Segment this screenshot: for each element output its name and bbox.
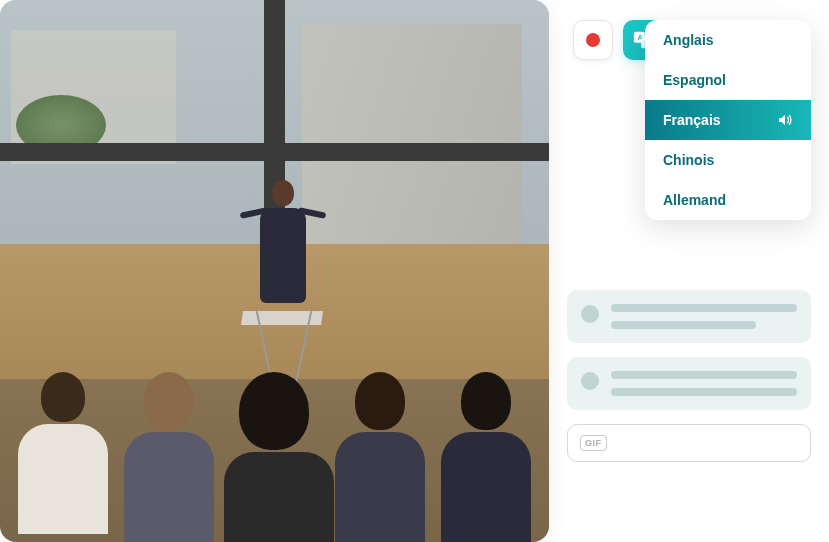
speaker-icon (777, 112, 793, 128)
text-placeholder (611, 388, 797, 396)
chat-area: GIF (567, 290, 811, 462)
control-panel: A 文 Anglais Espagnol Français Chinois Al… (549, 0, 829, 542)
language-option-anglais[interactable]: Anglais (645, 20, 811, 60)
audience (0, 314, 549, 542)
language-label: Espagnol (663, 72, 726, 88)
record-icon (586, 33, 600, 47)
language-option-allemand[interactable]: Allemand (645, 180, 811, 220)
language-label: Allemand (663, 192, 726, 208)
message-input[interactable]: GIF (567, 424, 811, 462)
gif-button[interactable]: GIF (580, 435, 607, 451)
language-label: Français (663, 112, 721, 128)
video-feed (0, 0, 549, 542)
avatar (581, 305, 599, 323)
presenter (258, 180, 308, 320)
language-label: Chinois (663, 152, 714, 168)
text-placeholder (611, 304, 797, 312)
text-placeholder (611, 321, 756, 329)
language-label: Anglais (663, 32, 714, 48)
language-option-francais[interactable]: Français (645, 100, 811, 140)
chat-message (567, 357, 811, 410)
language-dropdown: Anglais Espagnol Français Chinois Allema… (645, 20, 811, 220)
chat-message (567, 290, 811, 343)
text-placeholder (611, 371, 797, 379)
language-option-espagnol[interactable]: Espagnol (645, 60, 811, 100)
conference-scene (0, 0, 549, 542)
record-button[interactable] (573, 20, 613, 60)
language-option-chinois[interactable]: Chinois (645, 140, 811, 180)
avatar (581, 372, 599, 390)
